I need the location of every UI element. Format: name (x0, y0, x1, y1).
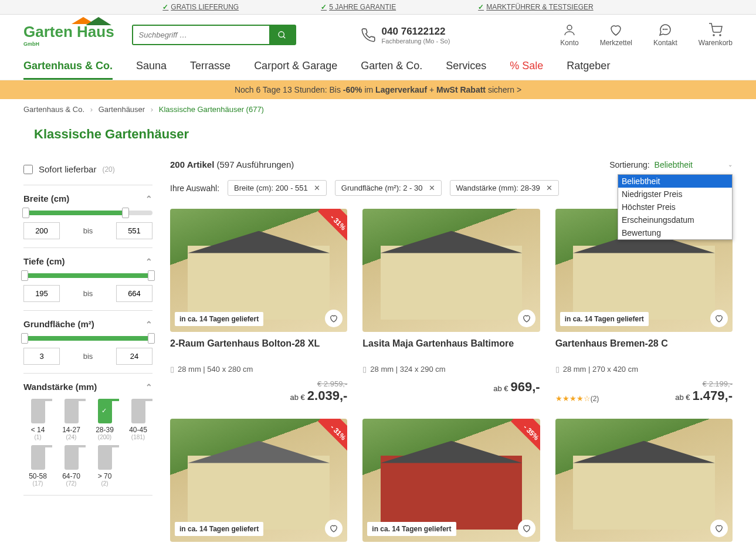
range-slider[interactable] (23, 211, 152, 215)
filter-chip: Grundfläche (m²): 2 - 30✕ (335, 180, 442, 196)
range-from[interactable] (23, 348, 60, 365)
wishlist-button[interactable] (710, 310, 728, 327)
sort-label: Sortierung: (609, 160, 649, 169)
wand-option[interactable]: > 70 (2) (90, 445, 119, 487)
top-link[interactable]: MARKTFÜHRER & TESTSIEGER (478, 3, 593, 11)
slider-handle[interactable] (22, 208, 29, 218)
slider-handle[interactable] (148, 270, 155, 281)
svg-point-3 (663, 29, 664, 30)
product-spec: 28 mm | 324 x 290 cm (362, 365, 540, 374)
nav-item[interactable]: Services (446, 60, 486, 80)
wishlist-link[interactable]: Merkzettel (600, 23, 632, 47)
cart-link[interactable]: Warenkorb (699, 23, 733, 47)
sort-option[interactable]: Höchster Preis (618, 201, 732, 213)
wishlist-button[interactable] (710, 520, 728, 537)
top-link[interactable]: 5 JAHRE GARANTIE (321, 3, 396, 11)
filter-head[interactable]: Breite (cm) (23, 194, 152, 203)
svg-point-4 (665, 29, 666, 30)
nav-item[interactable]: Sauna (136, 60, 167, 80)
wand-option[interactable]: < 14 (1) (23, 399, 52, 440)
contact-link[interactable]: Kontakt (653, 23, 677, 47)
wand-icon (65, 399, 79, 423)
phone-sub: Fachberatung (Mo - So) (382, 38, 450, 45)
wishlist-button[interactable] (325, 520, 343, 537)
wand-label: < 14 (23, 426, 52, 434)
logo[interactable]: Garten Haus GmbH (23, 23, 114, 47)
wishlist-button[interactable] (518, 520, 535, 537)
wand-count: (1) (23, 434, 52, 440)
product-spec: 28 mm | 540 x 280 cm (170, 365, 347, 374)
svg-point-6 (713, 35, 714, 36)
sort-option[interactable]: Erscheinungsdatum (618, 213, 732, 226)
promo-text: MwSt Rabatt (436, 85, 486, 94)
product-card[interactable]: - 31% in ca. 14 Tagen geliefert 2-Raum G… (170, 209, 347, 403)
range-to[interactable] (116, 348, 152, 365)
wishlist-button[interactable] (325, 310, 343, 327)
icon-label: Merkzettel (600, 39, 632, 47)
product-card[interactable]: Lasita Maja Gartenhaus Baltimore 28 mm |… (362, 209, 540, 403)
promo-text: Noch 6 Tage 13 Stunden: Bis (235, 85, 343, 94)
product-card[interactable] (555, 419, 733, 542)
wishlist-button[interactable] (518, 310, 535, 327)
wand-option[interactable]: 50-58 (17) (23, 445, 52, 487)
nav-item[interactable]: Terrasse (190, 60, 230, 80)
wand-option[interactable]: 28-39 (200) (90, 399, 119, 440)
slider-handle[interactable] (122, 208, 129, 218)
wand-option[interactable]: 40-45 (181) (124, 399, 152, 440)
wand-option[interactable]: 64-70 (72) (57, 445, 86, 487)
wand-label: 40-45 (124, 426, 152, 434)
nav-item[interactable]: Carport & Garage (254, 60, 337, 80)
wand-option[interactable]: 14-27 (24) (57, 399, 86, 440)
top-link[interactable]: GRATIS LIEFERUNG (162, 3, 239, 11)
phone-icon (361, 28, 376, 43)
search-box (132, 25, 296, 45)
nav-item[interactable]: % Sale (510, 60, 543, 80)
sort-value: Beliebtheit (655, 160, 693, 169)
breadcrumb-link[interactable]: Gartenhaus & Co. (23, 105, 84, 114)
search-input[interactable] (133, 26, 269, 44)
chip-remove[interactable]: ✕ (314, 184, 320, 192)
wand-count: (2) (90, 480, 119, 487)
nav-item[interactable]: Gartenhaus & Co. (23, 60, 113, 80)
range-slider[interactable] (23, 273, 152, 278)
filter-head[interactable]: Grundfläche (m²) (23, 319, 152, 329)
search-button[interactable] (269, 26, 295, 44)
filter-range: Breite (cm) bis (23, 185, 152, 248)
promo-bar[interactable]: Noch 6 Tage 13 Stunden: Bis -60% im Lage… (0, 80, 756, 99)
heart-icon (522, 524, 531, 533)
chip-label: Wandstärke (mm): 28-39 (456, 184, 540, 192)
breadcrumb-link[interactable]: Gartenhäuser (99, 105, 145, 114)
main-nav: Gartenhaus & Co. Sauna Terrasse Carport … (0, 55, 756, 80)
nav-item[interactable]: Ratgeber (567, 60, 610, 80)
filter-head[interactable]: Tiefe (cm) (23, 256, 152, 266)
range-to[interactable] (116, 285, 152, 302)
filter-head[interactable]: Wandstärke (mm) (23, 382, 152, 392)
range-to[interactable] (116, 222, 152, 239)
chip-remove[interactable]: ✕ (546, 184, 552, 192)
range-from[interactable] (23, 285, 60, 302)
phone-area[interactable]: 040 76122122 Fachberatung (Mo - So) (361, 26, 450, 45)
slider-handle[interactable] (21, 333, 28, 344)
breadcrumb-current: Klassische Gartenhäuser (677) (159, 105, 264, 114)
checkbox-sofort[interactable] (23, 165, 33, 174)
account-link[interactable]: Konto (560, 23, 578, 47)
wand-count: (24) (57, 434, 86, 440)
nav-item[interactable]: Garten & Co. (361, 60, 422, 80)
product-card[interactable]: - 35% in ca. 14 Tagen geliefert (362, 419, 540, 542)
range-from[interactable] (23, 222, 60, 239)
filter-sofort[interactable]: Sofort lieferbar (20) (23, 160, 152, 185)
product-card[interactable]: - 31% in ca. 14 Tagen geliefert (170, 419, 347, 542)
delivery-badge: in ca. 14 Tagen geliefert (367, 522, 456, 536)
sort-option[interactable]: Beliebtheit (618, 175, 732, 188)
slider-handle[interactable] (21, 270, 28, 281)
product-image (362, 209, 540, 332)
sort-option[interactable]: Niedrigster Preis (618, 188, 732, 201)
chip-remove[interactable]: ✕ (429, 184, 435, 192)
svg-point-5 (667, 29, 667, 30)
sort-select[interactable]: Beliebtheit ⌄ (655, 160, 733, 169)
logo-text: Garten Haus (23, 23, 114, 40)
range-slider[interactable] (23, 336, 152, 341)
sort-option[interactable]: Bewertung (618, 226, 732, 239)
slider-handle[interactable] (148, 333, 155, 344)
range-sep: bis (63, 226, 113, 235)
